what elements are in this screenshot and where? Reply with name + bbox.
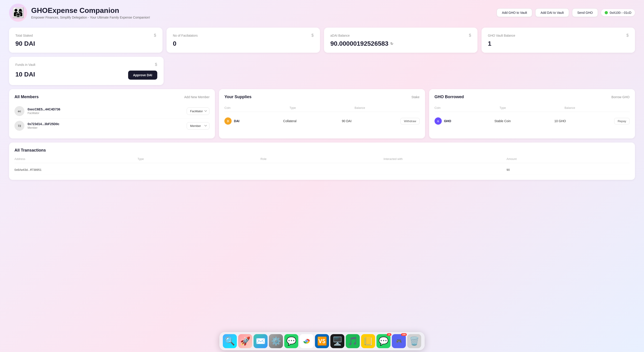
adai-dollar: $ [469,33,471,38]
dock-whatsapp[interactable]: 💬 [284,334,298,348]
member-address: 0x723d14...3bF25D0c [28,122,184,126]
col-type: Type [290,106,352,109]
withdraw-button[interactable]: Withdraw [400,118,420,124]
member-role: Facilitator [28,111,184,115]
coin-balance: 90 DAI [342,119,398,123]
vault-card: Funds in Vault $ 10 DAI Approve DAI [9,57,164,85]
transactions-header: Address Type Role Interacted with Amount [14,157,630,163]
col-amount: Amount [506,157,630,161]
tx-address: 0x6Ae43d...ff738951 [14,168,138,171]
gho-vault-card: GHO Vault Balance $ 1 [482,28,635,53]
supplies-panel: Your Supplies Stake Coin Type Balance D … [219,89,425,138]
member-row: 72 0x723d14...3bF25D0c Member Facilitato… [14,118,210,133]
dock-whatsapp2-badge: 15 [387,333,391,336]
borrowed-table-header: Coin Type Balance [434,104,630,112]
col-address: Address [14,157,138,161]
gho-vault-dollar: $ [626,33,629,38]
col-coin: Coin [224,106,287,109]
svg-point-7 [306,340,308,342]
coin-type: Stable Coin [494,119,552,123]
app-subtitle: Empower Finances, Simplify Delegation - … [31,16,150,19]
col-type: Type [138,157,260,161]
app-branding: GHOExpense Companion Empower Finances, S… [31,6,150,19]
dock-bar: 🔍 🚀 ✉️ ⚙️ 💬 🆚 🖥️ 🎵 📒 💬15 🎮 339 🗑️ [220,332,424,350]
member-address: 0xecC6E5...44C4D736 [28,107,184,111]
repay-button[interactable]: Repay [614,118,630,124]
gho-icon: G [434,117,442,125]
app-logo: 👨‍👩‍👧 [9,4,27,22]
col-balance: Balance [564,106,627,109]
stats-row-1: Total Staked $ 90 DAI No of Facilatators… [0,25,644,53]
dock-trash[interactable]: 🗑️ [407,334,421,348]
gho-borrowed-panel: GHO Borrowed Borrow GHO Coin Type Balanc… [429,89,635,138]
col-type: Type [500,106,562,109]
member-role-select[interactable]: Facilitator Member Admin [187,122,210,130]
svg-text:G: G [437,120,439,123]
app-title: GHOExpense Companion [31,6,150,15]
col-balance: Balance [354,106,417,109]
dock-spotify[interactable]: 🎵 [346,334,360,348]
adai-refresh-icon[interactable]: ↻ [390,42,393,46]
facilitators-dollar: $ [312,33,314,38]
dock: 🔍 🚀 ✉️ ⚙️ 💬 🆚 🖥️ 🎵 📒 💬15 🎮 339 🗑️ [0,332,644,352]
header-actions: Add GHO to Vault Add DAI to Vault Send G… [497,8,635,17]
vault-value: 10 DAI [15,71,35,78]
coin-cell: G GHO [434,117,492,125]
transactions-title: All Transactions [14,148,46,153]
adai-balance-card: aDAI Balance $ 90.00000192526583 ↻ [324,28,478,53]
svg-text:D: D [227,120,229,123]
dock-mail[interactable]: ✉️ [254,334,268,348]
send-gho-button[interactable]: Send GHO [572,8,598,17]
coin-name: GHO [444,119,451,123]
table-row: G GHO Stable Coin 10 GHO Repay [434,114,630,128]
col-coin: Coin [434,106,497,109]
dock-chrome[interactable] [300,334,314,348]
dock-vscode[interactable]: 🆚 [315,334,329,348]
coin-cell: D DAI [224,117,281,125]
main-panels: All Members Add New Member ec 0xecC6E5..… [0,85,644,138]
total-staked-dollar: $ [154,33,156,38]
tx-amount: 90 [506,168,630,171]
add-dai-button[interactable]: Add DAI to Vault [535,8,569,17]
adai-label: aDAI Balance [330,34,350,37]
wallet-badge: 0xA100····01cD [601,9,635,16]
approve-dai-button[interactable]: Approve DAI [128,71,157,80]
dock-system-prefs[interactable]: ⚙️ [269,334,283,348]
member-role: Member [28,126,184,129]
total-staked-card: Total Staked $ 90 DAI [9,28,162,53]
vault-dollar: $ [155,62,157,67]
total-staked-label: Total Staked [15,34,33,37]
avatar: ec [14,106,24,116]
dock-whatsapp2[interactable]: 💬15 [376,334,390,348]
stats-row-2: Funds in Vault $ 10 DAI Approve DAI [0,53,644,85]
coin-name: DAI [234,119,239,123]
borrow-gho-button[interactable]: Borrow GHO [612,95,630,99]
add-gho-button[interactable]: Add GHO to Vault [497,8,532,17]
gho-borrowed-title: GHO Borrowed [434,95,464,99]
add-new-member-button[interactable]: Add New Member [184,95,210,99]
dock-discord-badge: 339 [401,333,407,336]
avatar: 72 [14,121,24,131]
header: 👨‍👩‍👧 GHOExpense Companion Empower Finan… [0,0,644,25]
dock-launchpad[interactable]: 🚀 [238,334,252,348]
vault-label: Funds in Vault [15,63,35,67]
transactions-section: All Transactions Address Type Role Inter… [0,138,644,203]
adai-value: 90.00000192526583 ↻ [330,40,471,47]
stake-button[interactable]: Stake [412,95,420,99]
table-row: 0x6Ae43d...ff738951 90 [14,165,630,174]
table-row: D DAI Collateral 90 DAI Withdraw [224,114,420,128]
coin-type: Collateral [283,119,340,123]
dock-discord[interactable]: 🎮 339 [392,334,406,348]
transactions-panel: All Transactions Address Type Role Inter… [9,142,635,180]
dock-finder[interactable]: 🔍 [223,334,237,348]
gho-vault-label: GHO Vault Balance [488,34,515,37]
col-interacted: Interacted with [384,157,506,161]
wallet-address: 0xA100····01cD [610,11,631,15]
dock-notes[interactable]: 📒 [361,334,375,348]
facilitators-label: No of Facilatators [173,34,198,37]
member-role-select[interactable]: Facilitator Member Admin [187,107,210,115]
wallet-status-dot [605,11,608,14]
dock-terminal[interactable]: 🖥️ [330,334,344,348]
col-role: Role [260,157,384,161]
facilitators-card: No of Facilatators $ 0 [166,28,320,53]
